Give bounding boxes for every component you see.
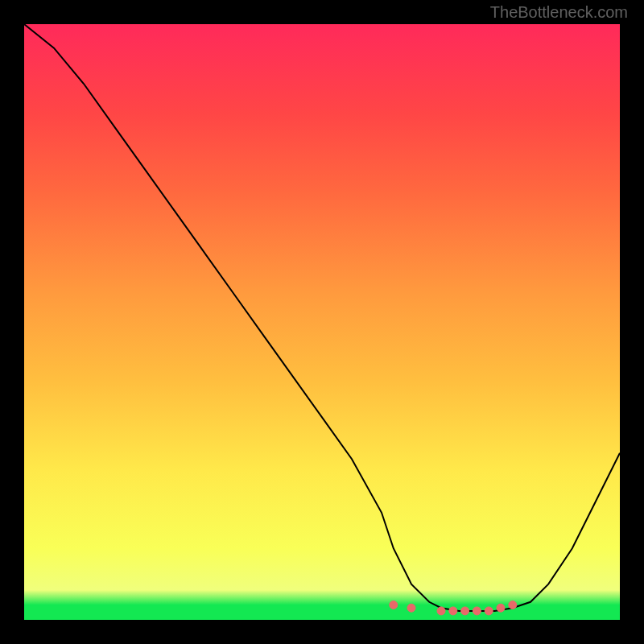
bottleneck-curve-line xyxy=(24,24,620,611)
curve-marker xyxy=(437,607,445,615)
curve-marker xyxy=(497,604,505,612)
curve-markers xyxy=(390,601,517,615)
curve-marker xyxy=(509,601,517,609)
watermark-text: TheBottleneck.com xyxy=(490,3,628,22)
curve-marker xyxy=(407,604,415,612)
chart-svg xyxy=(24,24,620,620)
chart-plot-area xyxy=(24,24,620,620)
curve-marker xyxy=(485,607,493,615)
curve-marker xyxy=(473,607,481,615)
curve-marker xyxy=(390,601,398,609)
curve-marker xyxy=(449,607,457,615)
curve-marker xyxy=(461,607,469,615)
